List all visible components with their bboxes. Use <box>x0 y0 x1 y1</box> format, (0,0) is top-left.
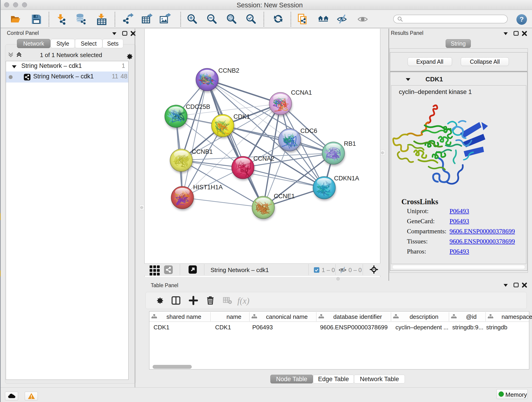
svg-text:CCNA2: CCNA2 <box>253 155 274 162</box>
svg-text:CCNB2: CCNB2 <box>218 67 239 74</box>
svg-text:CCNB1: CCNB1 <box>192 148 213 155</box>
svg-text:CDC25B: CDC25B <box>186 103 210 110</box>
svg-text:CDKN1A: CDKN1A <box>334 175 359 182</box>
svg-text:CDC6: CDC6 <box>300 128 317 134</box>
svg-text:CCNA1: CCNA1 <box>291 89 312 96</box>
svg-text:CDK1: CDK1 <box>234 113 250 120</box>
svg-text:RB1: RB1 <box>344 140 356 147</box>
svg-text:HIST1H1A: HIST1H1A <box>193 184 223 191</box>
svg-text:CCNE1: CCNE1 <box>274 193 295 200</box>
